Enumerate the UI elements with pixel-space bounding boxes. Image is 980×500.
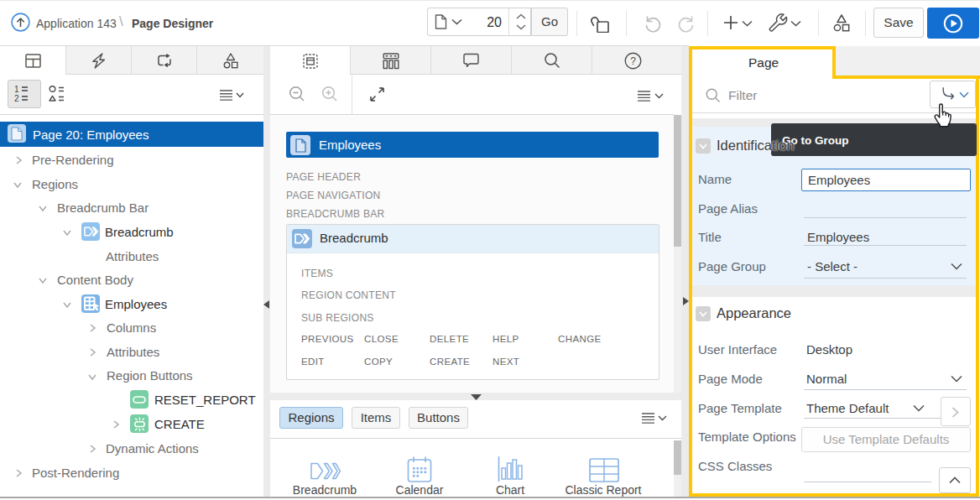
svg-text:2: 2 [14,94,19,103]
svg-text:?: ? [630,55,636,67]
svg-text:1: 1 [14,85,19,94]
